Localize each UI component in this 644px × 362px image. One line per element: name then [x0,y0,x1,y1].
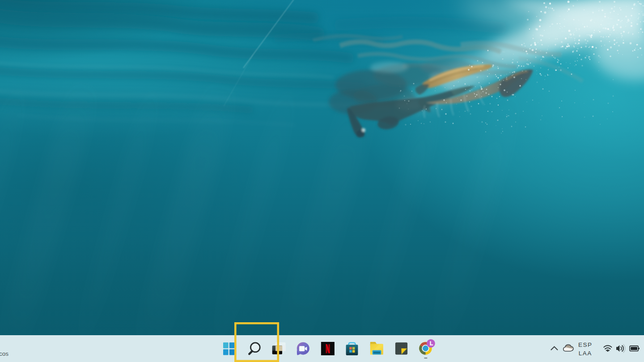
svg-text:ESP: ESP [578,341,593,348]
svg-text:cos: cos [0,350,8,357]
svg-text:LAA: LAA [579,350,592,357]
